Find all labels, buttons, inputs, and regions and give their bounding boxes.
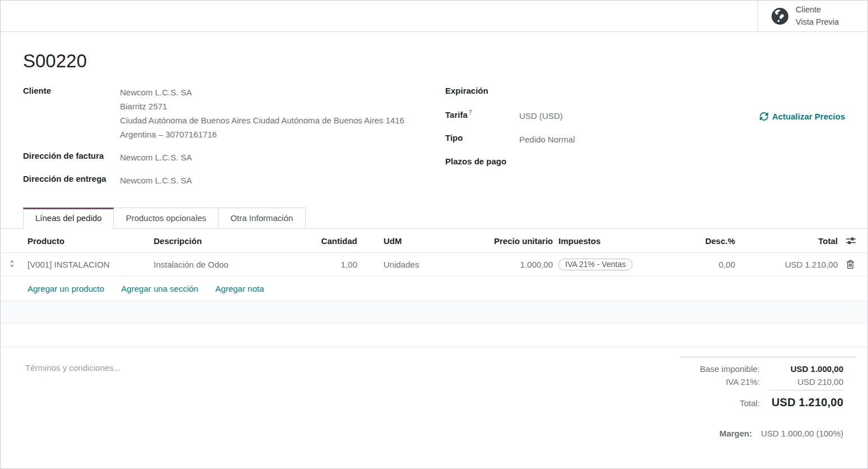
- quantity-column-header[interactable]: Cantidad: [315, 229, 357, 253]
- total-amount-label: Total:: [740, 398, 760, 408]
- customer-city: Ciudad Autónoma de Buenos Aires Ciudad A…: [120, 113, 404, 127]
- untaxed-amount-row: Base imponible: USD 1.000,00: [681, 362, 856, 375]
- tax-amount-value: USD 210,00: [769, 377, 843, 390]
- order-type-label: Tipo: [445, 132, 519, 146]
- field-expiration: Expiración: [445, 85, 845, 99]
- delete-line-button[interactable]: [838, 253, 868, 277]
- margin-value: USD 1.000,00 (100%): [761, 429, 843, 438]
- customer-country-vat: Argentina – 30707161716: [120, 127, 404, 141]
- optional-columns-button[interactable]: [838, 229, 868, 253]
- field-payment-terms: Plazos de pago: [445, 156, 845, 170]
- pricelist-label: Tarifa?: [445, 109, 519, 123]
- order-lines-header-row: Producto Descripción Cantidad UdM Precio…: [1, 229, 868, 253]
- line-product[interactable]: [V001] INSTALACION: [23, 253, 149, 277]
- fields-section: Cliente Newcom L.C.S. SA Biarritz 2571 C…: [23, 85, 845, 196]
- unit-price-column-header[interactable]: Precio unitario: [483, 229, 553, 253]
- order-reference: S00220: [23, 50, 845, 72]
- field-delivery-address: Dirección de entrega Newcom L.C.S. SA: [23, 173, 445, 187]
- invoice-address-value[interactable]: Newcom L.C.S. SA: [120, 150, 192, 164]
- sliders-icon: [846, 237, 864, 245]
- refresh-icon: [760, 112, 768, 121]
- tax-badge[interactable]: IVA 21% - Ventas: [558, 259, 632, 270]
- total-amount-value: USD 1.210,00: [769, 396, 843, 409]
- fields-right-column: Expiración Tarifa? USD (USD) Tipo Pedido…: [445, 85, 845, 196]
- invoice-address-label: Dirección de factura: [23, 150, 120, 164]
- total-amount-row: Total: USD 1.210,00: [681, 392, 856, 411]
- margin-label: Margen:: [719, 429, 752, 438]
- line-total[interactable]: USD 1.210,00: [735, 253, 838, 277]
- handle-column-header: [1, 229, 23, 253]
- add-product-link[interactable]: Agregar un producto: [27, 284, 104, 293]
- line-taxes[interactable]: IVA 21% - Ventas: [553, 253, 699, 277]
- sale-order-form: Cliente Vista Previa S00220 Cliente Newc…: [0, 0, 868, 469]
- totals-block: Base imponible: USD 1.000,00 IVA 21%: US…: [681, 357, 856, 440]
- order-type-value[interactable]: Pedido Normal: [519, 132, 575, 146]
- line-uom[interactable]: Unidades: [357, 253, 483, 277]
- uom-column-header[interactable]: UdM: [357, 229, 483, 253]
- line-discount[interactable]: 0,00: [699, 253, 735, 277]
- discount-column-header[interactable]: Desc.%: [699, 229, 735, 253]
- customer-label: Cliente: [23, 85, 120, 141]
- customer-street: Biarritz 2571: [120, 99, 404, 113]
- delivery-address-value[interactable]: Newcom L.C.S. SA: [120, 173, 192, 187]
- product-column-header[interactable]: Producto: [23, 229, 149, 253]
- topbar: Cliente Vista Previa: [1, 1, 867, 32]
- untaxed-amount-label: Base imponible:: [700, 364, 760, 374]
- taxes-column-header[interactable]: Impuestos: [553, 229, 699, 253]
- fields-left-column: Cliente Newcom L.C.S. SA Biarritz 2571 C…: [23, 85, 445, 196]
- drag-handle[interactable]: [1, 253, 23, 277]
- tab-other-info[interactable]: Otra Información: [219, 208, 306, 229]
- pricelist-value[interactable]: USD (USD): [519, 109, 563, 123]
- tab-optional-products[interactable]: Productos opcionales: [114, 208, 218, 229]
- margin-row: Margen: USD 1.000,00 (100%): [681, 427, 856, 440]
- trash-icon: [846, 260, 864, 269]
- terms-notes-field[interactable]: Términos y condiciones...: [25, 357, 121, 373]
- line-unit-price[interactable]: 1.000,00: [483, 253, 553, 277]
- customer-preview-button[interactable]: Cliente Vista Previa: [758, 1, 867, 31]
- payment-terms-label: Plazos de pago: [445, 156, 519, 170]
- customer-value[interactable]: Newcom L.C.S. SA Biarritz 2571 Ciudad Au…: [120, 85, 404, 141]
- field-invoice-address: Dirección de factura Newcom L.C.S. SA: [23, 150, 445, 164]
- line-description[interactable]: Instalación de Odoo: [149, 253, 315, 277]
- add-note-link[interactable]: Agregar nota: [215, 284, 264, 293]
- pricelist-help-icon[interactable]: ?: [469, 109, 472, 116]
- notebook-tabs: Líneas del pedido Productos opcionales O…: [1, 208, 867, 229]
- order-line-row[interactable]: [V001] INSTALACION Instalación de Odoo 1…: [1, 253, 868, 277]
- customer-name[interactable]: Newcom L.C.S. SA: [120, 85, 404, 99]
- field-order-type: Tipo Pedido Normal: [445, 132, 845, 146]
- untaxed-amount-value: USD 1.000,00: [769, 364, 843, 374]
- add-section-link[interactable]: Agregar una sección: [121, 284, 198, 293]
- empty-row: [1, 301, 868, 324]
- total-column-header[interactable]: Total: [735, 229, 838, 253]
- tab-order-lines[interactable]: Líneas del pedido: [23, 208, 114, 229]
- delivery-address-label: Dirección de entrega: [23, 173, 120, 187]
- preview-label: Cliente Vista Previa: [796, 4, 839, 27]
- tax-amount-row: IVA 21%: USD 210,00: [681, 375, 856, 392]
- description-column-header[interactable]: Descripción: [149, 229, 315, 253]
- update-prices-button[interactable]: Actualizar Precios: [760, 112, 845, 121]
- add-links-row: Agregar un producto Agregar una sección …: [1, 277, 868, 301]
- update-prices-label: Actualizar Precios: [772, 112, 845, 121]
- preview-label-line1: Cliente: [796, 4, 839, 16]
- globe-icon: [772, 8, 788, 25]
- pricelist-label-text: Tarifa: [445, 110, 468, 119]
- footer-section: Términos y condiciones... Base imponible…: [1, 347, 867, 440]
- field-customer: Cliente Newcom L.C.S. SA Biarritz 2571 C…: [23, 85, 445, 141]
- tax-amount-label: IVA 21%:: [726, 377, 760, 387]
- expiration-label: Expiración: [445, 85, 519, 99]
- preview-label-line2: Vista Previa: [796, 16, 839, 28]
- line-quantity[interactable]: 1,00: [315, 253, 357, 277]
- empty-row: [1, 324, 868, 347]
- order-lines-table: Producto Descripción Cantidad UdM Precio…: [1, 229, 868, 347]
